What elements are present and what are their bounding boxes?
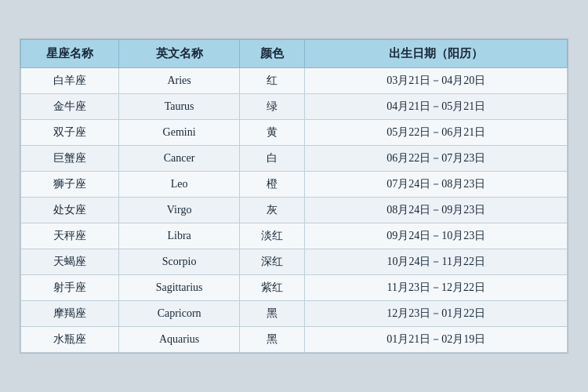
cell-color: 紫红 (239, 275, 305, 301)
table-row: 白羊座Aries红03月21日－04月20日 (21, 68, 568, 94)
cell-chinese: 天蝎座 (21, 249, 119, 275)
cell-chinese: 处女座 (21, 198, 119, 223)
zodiac-table-container: 星座名称 英文名称 颜色 出生日期（阳历） 白羊座Aries红03月21日－04… (20, 38, 568, 354)
cell-date: 04月21日－05月21日 (305, 94, 568, 120)
header-color: 颜色 (239, 40, 305, 68)
cell-english: Leo (119, 172, 239, 198)
cell-date: 12月23日－01月22日 (305, 301, 568, 327)
table-row: 巨蟹座Cancer白06月22日－07月23日 (21, 146, 568, 172)
cell-date: 07月24日－08月23日 (305, 172, 568, 198)
table-row: 狮子座Leo橙07月24日－08月23日 (21, 172, 568, 198)
cell-english: Gemini (119, 120, 239, 146)
header-chinese: 星座名称 (21, 40, 119, 68)
cell-color: 淡红 (239, 223, 305, 249)
table-row: 天秤座Libra淡红09月24日－10月23日 (21, 223, 568, 249)
cell-color: 绿 (239, 94, 305, 120)
cell-english: Scorpio (119, 249, 239, 275)
cell-date: 01月21日－02月19日 (305, 327, 568, 353)
zodiac-table: 星座名称 英文名称 颜色 出生日期（阳历） 白羊座Aries红03月21日－04… (20, 39, 568, 353)
cell-date: 05月22日－06月21日 (305, 120, 568, 146)
cell-chinese: 射手座 (21, 275, 119, 301)
cell-chinese: 水瓶座 (21, 327, 119, 353)
cell-color: 黑 (239, 327, 305, 353)
cell-chinese: 双子座 (21, 120, 119, 146)
cell-color: 橙 (239, 172, 305, 198)
cell-date: 06月22日－07月23日 (305, 146, 568, 172)
cell-date: 09月24日－10月23日 (305, 223, 568, 249)
cell-chinese: 狮子座 (21, 172, 119, 198)
cell-chinese: 天秤座 (21, 223, 119, 249)
cell-date: 08月24日－09月23日 (305, 198, 568, 223)
cell-english: Capricorn (119, 301, 239, 327)
cell-date: 10月24日－11月22日 (305, 249, 568, 275)
table-header-row: 星座名称 英文名称 颜色 出生日期（阳历） (21, 40, 568, 68)
table-row: 天蝎座Scorpio深红10月24日－11月22日 (21, 249, 568, 275)
header-english: 英文名称 (119, 40, 239, 68)
cell-chinese: 白羊座 (21, 68, 119, 94)
cell-english: Virgo (119, 198, 239, 223)
header-date: 出生日期（阳历） (305, 40, 568, 68)
cell-english: Cancer (119, 146, 239, 172)
cell-color: 黑 (239, 301, 305, 327)
cell-color: 灰 (239, 198, 305, 223)
cell-color: 深红 (239, 249, 305, 275)
table-row: 射手座Sagittarius紫红11月23日－12月22日 (21, 275, 568, 301)
cell-color: 红 (239, 68, 305, 94)
table-row: 金牛座Taurus绿04月21日－05月21日 (21, 94, 568, 120)
table-row: 双子座Gemini黄05月22日－06月21日 (21, 120, 568, 146)
table-row: 处女座Virgo灰08月24日－09月23日 (21, 198, 568, 223)
cell-date: 11月23日－12月22日 (305, 275, 568, 301)
cell-english: Aries (119, 68, 239, 94)
cell-color: 白 (239, 146, 305, 172)
table-row: 水瓶座Aquarius黑01月21日－02月19日 (21, 327, 568, 353)
cell-chinese: 摩羯座 (21, 301, 119, 327)
cell-date: 03月21日－04月20日 (305, 68, 568, 94)
cell-chinese: 金牛座 (21, 94, 119, 120)
cell-english: Libra (119, 223, 239, 249)
cell-english: Aquarius (119, 327, 239, 353)
cell-color: 黄 (239, 120, 305, 146)
cell-chinese: 巨蟹座 (21, 146, 119, 172)
table-row: 摩羯座Capricorn黑12月23日－01月22日 (21, 301, 568, 327)
cell-english: Sagittarius (119, 275, 239, 301)
cell-english: Taurus (119, 94, 239, 120)
